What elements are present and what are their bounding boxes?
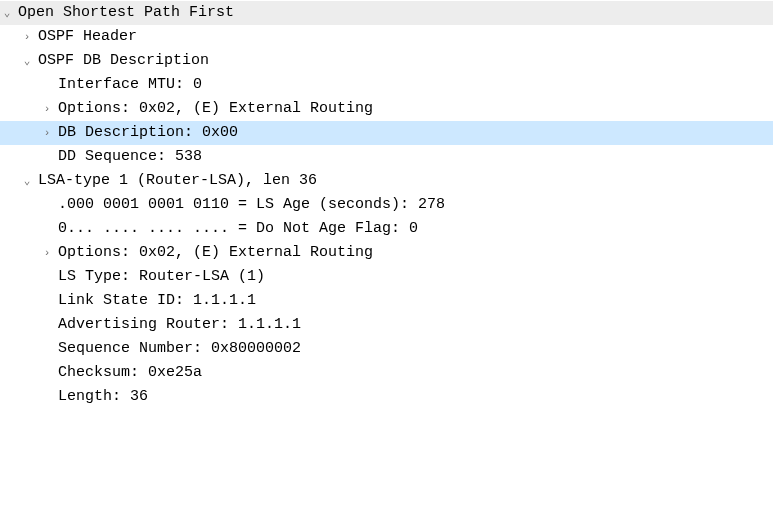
spacer-icon: · [40, 224, 54, 235]
field-text: Link State ID: 1.1.1.1 [54, 289, 256, 313]
field-link-state-id[interactable]: · Link State ID: 1.1.1.1 [0, 289, 773, 313]
field-checksum[interactable]: · Checksum: 0xe25a [0, 361, 773, 385]
tree-label: Open Shortest Path First [14, 1, 234, 25]
field-length[interactable]: · Length: 36 [0, 385, 773, 409]
field-text: DD Sequence: 538 [54, 145, 202, 169]
field-text: Sequence Number: 0x80000002 [54, 337, 301, 361]
chevron-right-icon[interactable]: › [40, 128, 54, 139]
field-sequence-number[interactable]: · Sequence Number: 0x80000002 [0, 337, 773, 361]
chevron-right-icon[interactable]: › [40, 248, 54, 259]
spacer-icon: · [40, 200, 54, 211]
chevron-down-icon[interactable]: ⌄ [20, 176, 34, 187]
spacer-icon: · [40, 392, 54, 403]
tree-root-ospf[interactable]: ⌄ Open Shortest Path First [0, 1, 773, 25]
field-text: .000 0001 0001 0110 = LS Age (seconds): … [54, 193, 445, 217]
tree-item-ospf-header[interactable]: › OSPF Header [0, 25, 773, 49]
chevron-down-icon[interactable]: ⌄ [0, 8, 14, 19]
tree-label: OSPF Header [34, 25, 137, 49]
field-text: LS Type: Router-LSA (1) [54, 265, 265, 289]
field-ls-type[interactable]: · LS Type: Router-LSA (1) [0, 265, 773, 289]
field-advertising-router[interactable]: · Advertising Router: 1.1.1.1 [0, 313, 773, 337]
chevron-down-icon[interactable]: ⌄ [20, 56, 34, 67]
field-text: Advertising Router: 1.1.1.1 [54, 313, 301, 337]
tree-item-lsa-type-1[interactable]: ⌄ LSA-type 1 (Router-LSA), len 36 [0, 169, 773, 193]
spacer-icon: · [40, 80, 54, 91]
field-text: Checksum: 0xe25a [54, 361, 202, 385]
field-options-lsa[interactable]: › Options: 0x02, (E) External Routing [0, 241, 773, 265]
tree-item-db-description[interactable]: ⌄ OSPF DB Description [0, 49, 773, 73]
spacer-icon: · [40, 368, 54, 379]
field-text: Length: 36 [54, 385, 148, 409]
field-db-description[interactable]: › DB Description: 0x00 [0, 121, 773, 145]
field-do-not-age[interactable]: · 0... .... .... .... = Do Not Age Flag:… [0, 217, 773, 241]
field-options-dbd[interactable]: › Options: 0x02, (E) External Routing [0, 97, 773, 121]
chevron-right-icon[interactable]: › [40, 104, 54, 115]
field-text: 0... .... .... .... = Do Not Age Flag: 0 [54, 217, 418, 241]
spacer-icon: · [40, 344, 54, 355]
tree-label: OSPF DB Description [34, 49, 209, 73]
field-text: Options: 0x02, (E) External Routing [54, 97, 373, 121]
spacer-icon: · [40, 152, 54, 163]
field-text: Interface MTU: 0 [54, 73, 202, 97]
field-text: DB Description: 0x00 [54, 121, 238, 145]
field-ls-age[interactable]: · .000 0001 0001 0110 = LS Age (seconds)… [0, 193, 773, 217]
field-dd-sequence[interactable]: · DD Sequence: 538 [0, 145, 773, 169]
field-text: Options: 0x02, (E) External Routing [54, 241, 373, 265]
tree-label: LSA-type 1 (Router-LSA), len 36 [34, 169, 317, 193]
spacer-icon: · [40, 272, 54, 283]
spacer-icon: · [40, 296, 54, 307]
spacer-icon: · [40, 320, 54, 331]
chevron-right-icon[interactable]: › [20, 32, 34, 43]
field-interface-mtu[interactable]: · Interface MTU: 0 [0, 73, 773, 97]
